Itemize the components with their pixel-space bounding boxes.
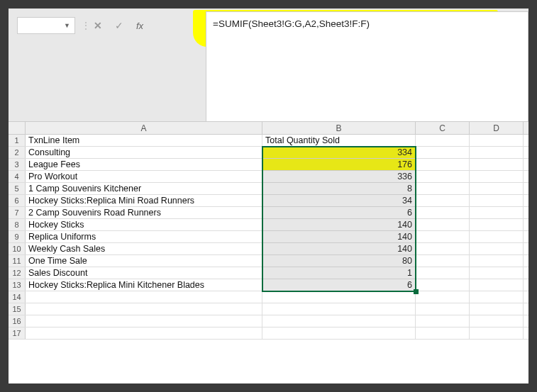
cell[interactable]	[416, 171, 470, 182]
row-header[interactable]: 1	[9, 135, 26, 146]
row-header[interactable]: 3	[9, 159, 26, 170]
table-row: 2 Consulting 334	[9, 147, 528, 159]
cell[interactable]	[416, 135, 470, 146]
row-header[interactable]: 6	[9, 195, 26, 206]
row-header[interactable]: 11	[9, 255, 26, 267]
cell[interactable]	[470, 159, 524, 170]
row-header[interactable]: 13	[9, 279, 26, 291]
cell[interactable]: League Fees	[26, 159, 262, 170]
cell[interactable]: Consulting	[26, 147, 262, 158]
cell[interactable]	[416, 267, 470, 279]
cell[interactable]: 80	[262, 255, 416, 267]
cell[interactable]: 1 Camp Souvenirs Kitchener	[26, 183, 262, 194]
cell[interactable]	[26, 291, 262, 303]
cell[interactable]	[26, 315, 262, 327]
cell[interactable]	[470, 147, 524, 158]
cell[interactable]: 336	[262, 171, 416, 182]
column-header-c[interactable]: C	[416, 122, 470, 134]
enter-icon[interactable]: ✓	[115, 20, 123, 31]
cell[interactable]	[416, 327, 470, 339]
row-header[interactable]: 2	[9, 147, 26, 158]
cell[interactable]: Hockey Sticks:Replica Mini Road Runners	[26, 195, 262, 206]
row-header[interactable]: 9	[9, 231, 26, 242]
cell[interactable]	[470, 255, 524, 267]
cell[interactable]	[470, 243, 524, 254]
cell[interactable]	[26, 303, 262, 315]
cell[interactable]	[470, 327, 524, 339]
cell[interactable]	[416, 303, 470, 315]
spreadsheet-grid[interactable]: A B C D 1 TxnLine Item Total Quantity So…	[9, 122, 528, 383]
select-all-corner[interactable]	[9, 122, 26, 134]
cell[interactable]	[416, 195, 470, 206]
cell[interactable]	[416, 183, 470, 194]
cell[interactable]: 140	[262, 231, 416, 242]
table-row: 11 One Time Sale 80	[9, 255, 528, 267]
cell[interactable]: Hockey Sticks	[26, 219, 262, 230]
cell[interactable]	[262, 291, 416, 303]
cell[interactable]	[416, 147, 470, 158]
cell[interactable]: Pro Workout	[26, 171, 262, 182]
cell[interactable]	[416, 255, 470, 267]
cell[interactable]: 176	[262, 159, 416, 170]
cell[interactable]	[416, 291, 470, 303]
cell[interactable]: Total Quantity Sold	[262, 135, 416, 146]
cell[interactable]: Weekly Cash Sales	[26, 243, 262, 254]
row-header[interactable]: 14	[9, 291, 26, 303]
cell[interactable]	[416, 315, 470, 327]
cell[interactable]	[470, 267, 524, 279]
cell[interactable]	[470, 207, 524, 218]
cell[interactable]	[416, 219, 470, 230]
cell[interactable]	[416, 231, 470, 242]
cell[interactable]: 34	[262, 195, 416, 206]
column-header-d[interactable]: D	[470, 122, 524, 134]
formula-bar-area: ▼ ⋮ ✕ ✓ fx =SUMIF(Sheet3!G:G,A2,Sheet3!F…	[9, 9, 528, 122]
cell[interactable]	[262, 327, 416, 339]
cell[interactable]	[470, 231, 524, 242]
column-header-a[interactable]: A	[26, 122, 262, 134]
cell[interactable]	[470, 315, 524, 327]
cell[interactable]: TxnLine Item	[26, 135, 262, 146]
cell[interactable]: 2 Camp Souvenirs Road Runners	[26, 207, 262, 218]
cell[interactable]: Sales Discount	[26, 267, 262, 279]
row-header[interactable]: 17	[9, 327, 26, 339]
cancel-icon[interactable]: ✕	[94, 20, 102, 31]
row-header[interactable]: 8	[9, 219, 26, 230]
cell[interactable]	[470, 279, 524, 291]
cell[interactable]: 6	[262, 279, 416, 291]
cell[interactable]	[470, 183, 524, 194]
cell[interactable]	[262, 315, 416, 327]
cell[interactable]: 334	[262, 147, 416, 158]
cell[interactable]: 140	[262, 219, 416, 230]
row-header[interactable]: 15	[9, 303, 26, 315]
cell[interactable]	[262, 303, 416, 315]
fx-icon[interactable]: fx	[136, 21, 143, 31]
cell[interactable]: 140	[262, 243, 416, 254]
row-header[interactable]: 4	[9, 171, 26, 182]
row-header[interactable]: 7	[9, 207, 26, 218]
cell[interactable]	[470, 135, 524, 146]
cell[interactable]: 8	[262, 183, 416, 194]
row-header[interactable]: 12	[9, 267, 26, 279]
cell[interactable]	[470, 303, 524, 315]
cell[interactable]	[416, 279, 470, 291]
row-header[interactable]: 16	[9, 315, 26, 327]
cell[interactable]: Hockey Sticks:Replica Mini Kitchener Bla…	[26, 279, 262, 291]
name-box[interactable]: ▼	[17, 17, 75, 34]
cell[interactable]: Replica Uniforms	[26, 231, 262, 242]
cell[interactable]	[470, 195, 524, 206]
row-header[interactable]: 10	[9, 243, 26, 254]
cell[interactable]	[416, 243, 470, 254]
cell[interactable]	[416, 207, 470, 218]
cell[interactable]: One Time Sale	[26, 255, 262, 267]
row-header[interactable]: 5	[9, 183, 26, 194]
table-row: 17	[9, 327, 528, 340]
cell[interactable]	[26, 327, 262, 339]
table-row: 10 Weekly Cash Sales 140	[9, 243, 528, 255]
cell[interactable]	[470, 171, 524, 182]
cell[interactable]	[470, 291, 524, 303]
cell[interactable]	[470, 219, 524, 230]
cell[interactable]: 1	[262, 267, 416, 279]
cell[interactable]: 6	[262, 207, 416, 218]
cell[interactable]	[416, 159, 470, 170]
column-header-b[interactable]: B	[262, 122, 416, 134]
